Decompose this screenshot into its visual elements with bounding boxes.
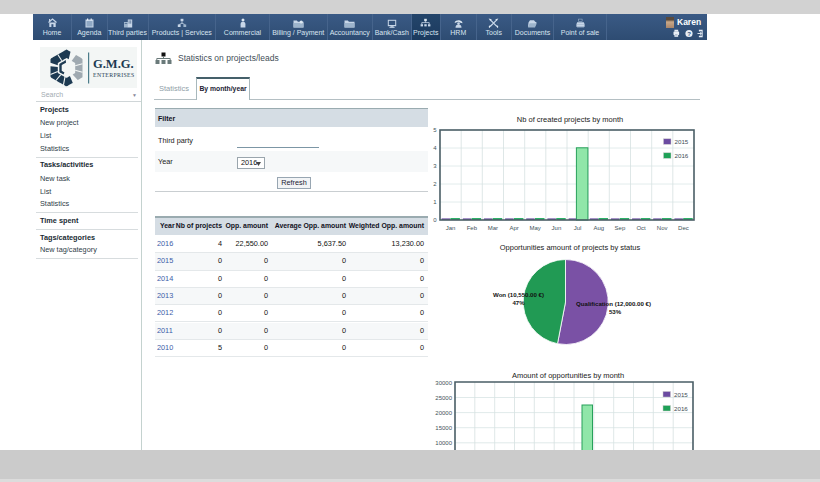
svg-text:Dec: Dec (678, 225, 689, 231)
svg-text:30000: 30000 (435, 380, 452, 386)
svg-text:?: ? (687, 30, 691, 37)
svg-text:4: 4 (433, 145, 437, 151)
svg-text:0: 0 (433, 217, 437, 223)
svg-text:Feb: Feb (467, 225, 478, 231)
svg-text:Jun: Jun (552, 225, 562, 231)
svg-text:Jan: Jan (446, 225, 456, 231)
svg-text:Apr: Apr (509, 225, 518, 231)
svg-text:May: May (530, 225, 541, 231)
svg-text:Jul: Jul (574, 225, 582, 231)
svg-text:10000: 10000 (435, 440, 452, 446)
svg-text:47%: 47% (512, 299, 525, 306)
svg-text:20000: 20000 (435, 410, 452, 416)
svg-text:Mar: Mar (488, 225, 498, 231)
svg-text:15000: 15000 (435, 425, 452, 431)
svg-text:Oct: Oct (636, 225, 646, 231)
svg-text:G.M.G.: G.M.G. (93, 57, 134, 71)
svg-text:Opportunities amount of projec: Opportunities amount of projects by stat… (500, 243, 641, 252)
svg-text:Nb of created projects by mont: Nb of created projects by month (517, 115, 623, 124)
svg-text:2016: 2016 (675, 152, 689, 159)
svg-text:Sep: Sep (615, 225, 626, 231)
svg-text:2016: 2016 (674, 405, 688, 412)
svg-text:Nov: Nov (657, 225, 668, 231)
svg-text:25000: 25000 (435, 395, 452, 401)
svg-text:3: 3 (433, 163, 437, 169)
svg-text:Qualification (12,000.00 €): Qualification (12,000.00 €) (576, 300, 651, 307)
svg-text:2: 2 (433, 181, 437, 187)
svg-text:5: 5 (433, 127, 437, 133)
svg-text:Won (10,550.00 €): Won (10,550.00 €) (493, 291, 544, 298)
svg-text:2015: 2015 (675, 138, 689, 145)
svg-text:2015: 2015 (674, 391, 688, 398)
svg-text:53%: 53% (609, 308, 622, 315)
svg-text:Amount of opportunities by mon: Amount of opportunities by month (512, 371, 624, 380)
svg-text:Aug: Aug (593, 225, 604, 231)
svg-text:ENTERPRISES: ENTERPRISES (93, 72, 135, 78)
svg-text:1: 1 (433, 199, 437, 205)
